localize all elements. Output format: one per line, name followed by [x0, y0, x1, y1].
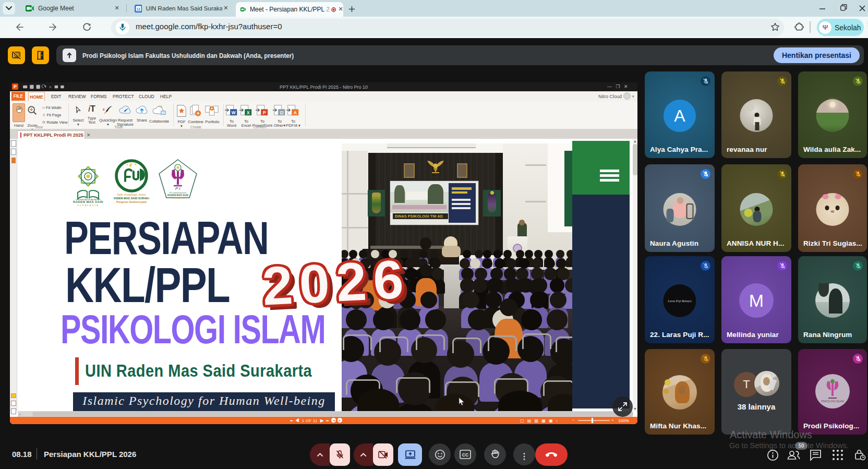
- svg-text:UIN RADEN MAS SAID SURAKARTA: UIN RADEN MAS SAID SURAKARTA: [114, 197, 149, 200]
- svg-text:CC: CC: [462, 452, 468, 458]
- svg-text:RADEN MAS SAID: RADEN MAS SAID: [73, 200, 103, 203]
- svg-text:Faith, Knowledge, Action: Faith, Knowledge, Action: [117, 193, 146, 196]
- svg-text:x: x: [103, 107, 105, 111]
- svg-text:P: P: [263, 110, 266, 115]
- svg-text:A: A: [294, 110, 297, 115]
- svg-text:11: 11: [137, 7, 141, 10]
- svg-text:SURAKARTA: SURAKARTA: [171, 197, 185, 199]
- svg-text:PSIKOLOGI ISLAM: PSIKOLOGI ISLAM: [821, 400, 844, 403]
- svg-text:Pangeran Sambernyawa: Pangeran Sambernyawa: [116, 200, 147, 203]
- svg-text:P I: P I: [175, 186, 180, 191]
- svg-text:RADEN MAS SAID: RADEN MAS SAID: [167, 194, 189, 197]
- svg-text:W: W: [232, 110, 236, 115]
